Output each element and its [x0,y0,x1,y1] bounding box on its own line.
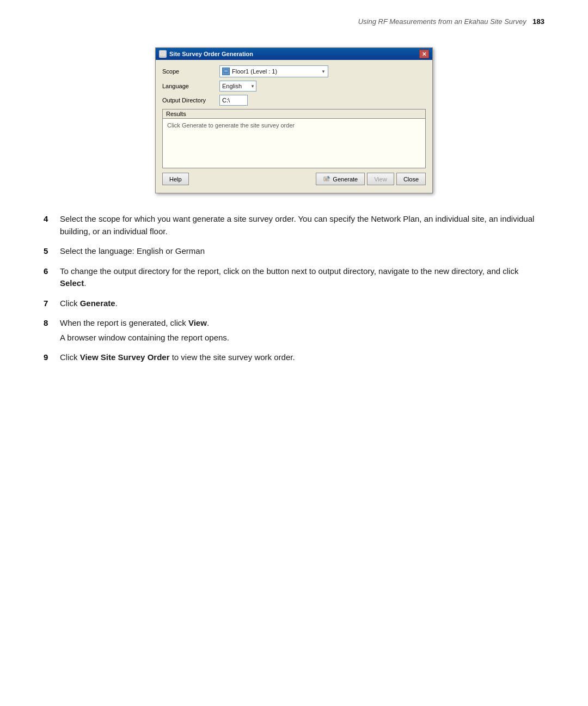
step-4-text: Select the scope for which you want gene… [60,213,544,238]
step-5-number: 5 [44,245,60,258]
results-header: Results [163,109,425,119]
step-5: 5 Select the language: English or German [44,245,544,258]
step-8-text: When the report is generated, click View… [60,317,209,330]
svg-rect-4 [224,71,228,72]
page-header: Using RF Measurements from an Ekahau Sit… [0,0,588,36]
steps-list: 4 Select the scope for which you want ge… [44,213,544,364]
results-section: Results Click Generate to generate the s… [162,109,426,168]
results-body: Click Generate to generate the site surv… [163,119,425,168]
generate-label: Generate [333,176,358,182]
dialog-titlebar: Site Survey Order Generation ✕ [156,48,432,60]
step-8-number: 8 [44,317,60,330]
dialog-icon [159,50,167,58]
step-9-text: Click View Site Survey Order to view the… [60,351,295,364]
step-6-number: 6 [44,265,60,290]
step-4-number: 4 [44,213,60,238]
scope-dropdown[interactable]: Floor1 (Level : 1) ▼ [219,65,328,77]
step-6: 6 To change the output directory for the… [44,265,544,290]
step-9-number: 9 [44,351,60,364]
site-survey-dialog: Site Survey Order Generation ✕ Scope [155,47,433,193]
generate-icon [323,175,330,183]
step-9-bold: View Site Survey Order [80,352,170,362]
scope-dropdown-arrow: ▼ [321,69,326,74]
language-dropdown-arrow: ▼ [250,84,255,89]
step-6-bold: Select [60,278,84,288]
step-8-main: 8 When the report is generated, click Vi… [44,317,544,330]
chapter-title: Using RF Measurements from an Ekahau Sit… [358,17,526,26]
output-dir-row: Output Directory [162,95,426,106]
step-7-bold: Generate [80,299,115,308]
output-dir-label: Output Directory [162,97,219,104]
step-4: 4 Select the scope for which you want ge… [44,213,544,238]
scope-label: Scope [162,68,219,75]
dialog-body: Scope Floor1 (Level : 1) [156,60,432,193]
step-7-number: 7 [44,297,60,310]
results-text: Click Generate to generate the site surv… [167,122,295,129]
scope-row: Scope Floor1 (Level : 1) [162,65,426,77]
step-9: 9 Click View Site Survey Order to view t… [44,351,544,364]
dialog-title: Site Survey Order Generation [169,51,253,57]
output-dir-input[interactable] [219,95,248,106]
step-8-bold: View [188,318,207,327]
svg-rect-3 [224,70,228,71]
language-dropdown[interactable]: English ▼ [219,81,256,92]
content-area: Site Survey Order Generation ✕ Scope [0,36,588,393]
language-value: English [222,83,242,89]
view-button[interactable]: View [367,173,394,185]
dialog-buttons: Help [162,168,426,187]
step-7: 7 Click Generate. [44,297,544,310]
step-8: 8 When the report is generated, click Vi… [44,317,544,344]
language-label: Language [162,83,219,89]
generate-button[interactable]: Generate [316,173,365,185]
floor-icon [222,68,230,75]
scope-select-text: Floor1 (Level : 1) [222,68,277,75]
step-8-subtext: A browser window containing the report o… [60,332,544,344]
page-number: 183 [532,17,544,26]
step-6-text: To change the output directory for the r… [60,265,544,290]
language-row: Language English ▼ [162,81,426,92]
step-7-text: Click Generate. [60,297,118,310]
dialog-close-button[interactable]: ✕ [419,50,429,58]
close-button[interactable]: Close [396,173,426,185]
titlebar-left: Site Survey Order Generation [159,50,253,58]
help-button[interactable]: Help [162,173,189,185]
scope-value: Floor1 (Level : 1) [232,68,277,75]
right-button-group: Generate View Close [316,173,426,185]
dialog-wrapper: Site Survey Order Generation ✕ Scope [44,47,544,193]
step-5-text: Select the language: English or German [60,245,205,258]
